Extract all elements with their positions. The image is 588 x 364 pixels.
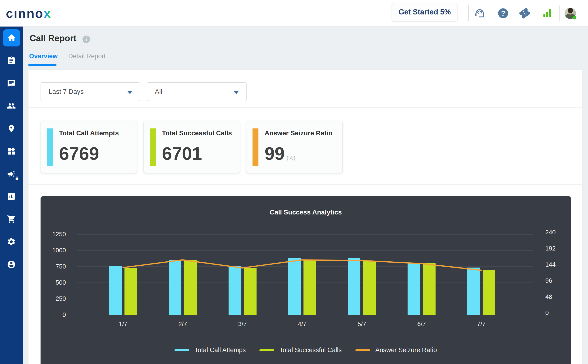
sidebar xyxy=(0,26,23,364)
sidebar-item-chats[interactable] xyxy=(0,75,23,92)
sidebar-item-settings[interactable] xyxy=(0,233,23,250)
stat-label: Total Successful Calls xyxy=(162,129,232,137)
bar-chart-icon xyxy=(7,192,16,201)
sidebar-item-tasks[interactable] xyxy=(0,52,23,69)
asr-line xyxy=(40,196,571,364)
page-title: Call Report xyxy=(30,33,76,43)
legend-item[interactable]: Total Successful Calls xyxy=(259,346,342,354)
app-header: cınnox Get Started 5% ? xyxy=(0,0,588,26)
cart-icon xyxy=(7,215,16,224)
legend-swatch xyxy=(259,349,274,351)
gear-icon xyxy=(7,237,16,246)
legend-item[interactable]: Answer Seizure Ratio xyxy=(355,346,437,354)
home-icon xyxy=(7,33,16,43)
stat-value: 6769 xyxy=(59,144,99,163)
sidebar-item-home[interactable] xyxy=(3,29,20,46)
avatar[interactable] xyxy=(565,8,576,19)
filter-all-value: All xyxy=(155,88,162,96)
location-pin-icon xyxy=(7,124,16,133)
stat-card-total-successful-calls: Total Successful Calls 6701 xyxy=(144,121,240,173)
divider xyxy=(28,184,582,185)
stat-card-answer-seizure-ratio: Answer Seizure Ratio 99(%) xyxy=(246,121,343,173)
info-icon[interactable]: i xyxy=(83,36,90,43)
chart-panel: Call Success Analytics 00250485009675014… xyxy=(40,196,571,364)
legend-label: Answer Seizure Ratio xyxy=(375,346,437,354)
app-root: cınnox Get Started 5% ? xyxy=(0,0,588,364)
legend-label: Total Successful Calls xyxy=(279,346,342,354)
stat-value: 99(%) xyxy=(265,144,295,167)
widgets-icon xyxy=(7,147,16,156)
active-tab-indicator xyxy=(28,64,56,66)
sidebar-item-locations[interactable] xyxy=(0,120,23,137)
accent-bar xyxy=(47,129,53,166)
accent-bar xyxy=(150,129,156,166)
stat-card-total-call-attempts: Total Call Attempts 6769 xyxy=(40,121,137,173)
divider xyxy=(28,107,582,108)
tab-overview[interactable]: Overview xyxy=(29,53,58,60)
date-range-value: Last 7 Days xyxy=(49,88,84,96)
stat-label: Total Call Attempts xyxy=(59,129,119,137)
legend-label: Total Call Attemps xyxy=(194,346,246,354)
people-icon xyxy=(7,101,16,110)
online-status-dot xyxy=(573,16,576,20)
stat-label: Answer Seizure Ratio xyxy=(265,129,333,137)
legend-item[interactable]: Total Call Attemps xyxy=(175,346,246,354)
chevron-down-icon xyxy=(233,91,239,94)
help-icon[interactable]: ? xyxy=(498,8,508,18)
sidebar-item-widgets[interactable] xyxy=(0,143,23,160)
sidebar-item-account[interactable] xyxy=(0,256,23,273)
filter-all-dropdown[interactable]: All xyxy=(147,82,247,101)
analytics-icon[interactable] xyxy=(543,9,554,17)
sidebar-item-store[interactable] xyxy=(0,211,23,228)
headset-icon[interactable] xyxy=(474,8,485,19)
header-divider-2 xyxy=(559,6,560,21)
person-circle-icon xyxy=(7,260,16,269)
chat-icon xyxy=(7,79,16,88)
sidebar-item-reports[interactable] xyxy=(0,188,23,205)
chevron-down-icon xyxy=(127,91,133,94)
tab-detail-report[interactable]: Detail Report xyxy=(68,53,106,60)
legend-swatch xyxy=(175,349,189,351)
lock-icon xyxy=(14,176,20,181)
chart-legend: Total Call AttempsTotal Successful Calls… xyxy=(40,346,571,354)
legend-swatch xyxy=(355,349,370,351)
clipboard-icon xyxy=(7,56,16,65)
get-started-button[interactable]: Get Started 5% xyxy=(392,3,457,21)
sidebar-item-contacts[interactable] xyxy=(0,98,23,114)
accent-bar xyxy=(253,129,258,166)
cinnox-logo[interactable]: cınnox xyxy=(6,4,52,22)
ticket-icon[interactable] xyxy=(517,6,532,21)
sidebar-item-campaigns[interactable] xyxy=(0,165,23,182)
date-range-dropdown[interactable]: Last 7 Days xyxy=(40,82,140,101)
stat-value: 6701 xyxy=(162,144,202,163)
header-divider xyxy=(468,6,469,21)
